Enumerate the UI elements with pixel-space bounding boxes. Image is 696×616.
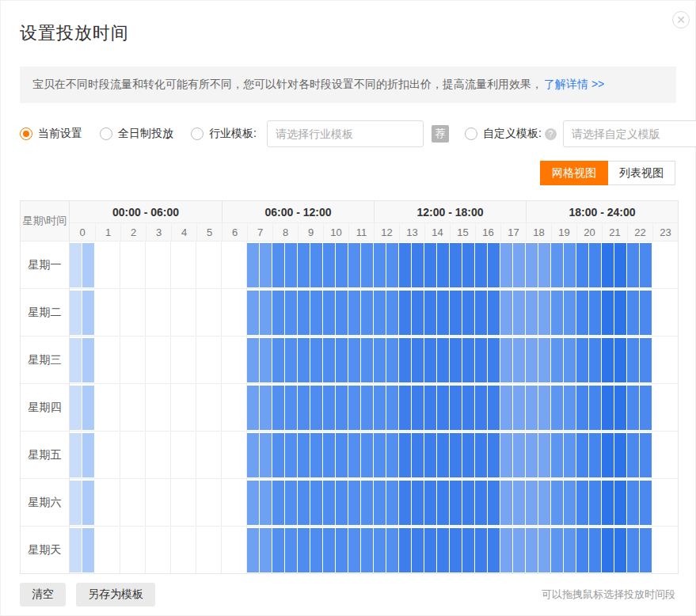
- time-cell[interactable]: [184, 479, 196, 526]
- hour-header-cell[interactable]: 15: [450, 223, 475, 241]
- time-cell[interactable]: [513, 481, 526, 525]
- time-cell[interactable]: [602, 338, 614, 382]
- time-cell[interactable]: [602, 481, 614, 525]
- time-cell[interactable]: [513, 386, 526, 430]
- time-cell[interactable]: [500, 338, 513, 382]
- time-cell[interactable]: [399, 338, 412, 382]
- time-cell[interactable]: [323, 386, 336, 430]
- time-cell[interactable]: [627, 481, 640, 525]
- time-cell[interactable]: [234, 384, 247, 431]
- time-cell[interactable]: [171, 384, 184, 431]
- time-cell[interactable]: [437, 481, 450, 525]
- time-cell[interactable]: [108, 289, 120, 336]
- time-cell[interactable]: [462, 291, 475, 335]
- time-cell[interactable]: [323, 291, 336, 335]
- time-cell[interactable]: [108, 527, 120, 573]
- hour-header-cell[interactable]: 3: [146, 223, 171, 241]
- time-cell[interactable]: [564, 338, 576, 382]
- time-cell[interactable]: [513, 433, 526, 477]
- time-cell[interactable]: [336, 528, 348, 572]
- time-cell[interactable]: [576, 338, 589, 382]
- radio-custom-template[interactable]: 自定义模板:: [465, 127, 542, 141]
- time-cell[interactable]: [133, 432, 146, 478]
- time-cell[interactable]: [526, 338, 538, 382]
- clear-button[interactable]: 清空: [20, 583, 66, 606]
- time-cell[interactable]: [538, 338, 551, 382]
- time-cell[interactable]: [310, 338, 323, 382]
- time-cell[interactable]: [640, 481, 652, 525]
- time-cell[interactable]: [82, 528, 95, 572]
- time-cell[interactable]: [412, 528, 424, 572]
- time-cell[interactable]: [475, 291, 488, 335]
- time-cell[interactable]: [589, 243, 602, 287]
- time-cell[interactable]: [158, 527, 171, 573]
- time-cell[interactable]: [500, 243, 513, 287]
- time-cell[interactable]: [95, 241, 108, 288]
- radio-custom-template-circle[interactable]: [465, 127, 477, 140]
- hour-header-cell[interactable]: 18: [526, 223, 551, 241]
- time-cell[interactable]: [108, 432, 120, 478]
- time-cell[interactable]: [247, 338, 260, 382]
- time-cell[interactable]: [70, 243, 82, 287]
- time-cell[interactable]: [95, 384, 108, 431]
- time-cell[interactable]: [171, 432, 184, 478]
- time-cell[interactable]: [450, 291, 462, 335]
- time-cell[interactable]: [146, 337, 158, 383]
- time-cell[interactable]: [184, 432, 196, 478]
- time-cell[interactable]: [500, 386, 513, 430]
- time-cell[interactable]: [209, 527, 222, 573]
- time-cell[interactable]: [272, 386, 285, 430]
- time-cell[interactable]: [222, 337, 234, 383]
- time-cell[interactable]: [184, 337, 196, 383]
- radio-current-setting-circle[interactable]: [20, 127, 32, 140]
- time-cell[interactable]: [576, 386, 589, 430]
- time-cell[interactable]: [424, 243, 437, 287]
- time-cell[interactable]: [70, 386, 82, 430]
- time-cell[interactable]: [234, 241, 247, 288]
- time-cell[interactable]: [627, 243, 640, 287]
- time-cell[interactable]: [146, 432, 158, 478]
- time-cell[interactable]: [576, 433, 589, 477]
- time-cell[interactable]: [475, 481, 488, 525]
- time-cell[interactable]: [310, 481, 323, 525]
- time-cell[interactable]: [272, 243, 285, 287]
- time-cell[interactable]: [386, 243, 399, 287]
- time-cell[interactable]: [108, 241, 120, 288]
- time-cell[interactable]: [222, 479, 234, 526]
- time-cell[interactable]: [374, 291, 386, 335]
- time-cell[interactable]: [488, 528, 500, 572]
- time-cell[interactable]: [564, 528, 576, 572]
- hour-header-cell[interactable]: 21: [602, 223, 627, 241]
- time-cell[interactable]: [500, 528, 513, 572]
- time-cell[interactable]: [412, 338, 424, 382]
- hour-header-cell[interactable]: 6: [222, 223, 247, 241]
- hour-header-cell[interactable]: 23: [652, 223, 678, 241]
- time-cell[interactable]: [589, 338, 602, 382]
- time-cell[interactable]: [386, 433, 399, 477]
- time-cell[interactable]: [285, 243, 298, 287]
- time-cell[interactable]: [450, 243, 462, 287]
- time-cell[interactable]: [576, 243, 589, 287]
- time-cell[interactable]: [361, 243, 374, 287]
- time-cell[interactable]: [323, 528, 336, 572]
- time-cell[interactable]: [336, 291, 348, 335]
- time-cell[interactable]: [627, 433, 640, 477]
- time-cell[interactable]: [222, 289, 234, 336]
- time-cell[interactable]: [437, 338, 450, 382]
- day-label[interactable]: 星期二: [21, 289, 70, 336]
- time-cell[interactable]: [158, 337, 171, 383]
- time-cell[interactable]: [234, 289, 247, 336]
- time-cell[interactable]: [95, 432, 108, 478]
- time-cell[interactable]: [95, 479, 108, 526]
- time-cell[interactable]: [348, 481, 361, 525]
- close-icon[interactable]: ✕: [672, 11, 690, 29]
- time-cell[interactable]: [500, 291, 513, 335]
- time-cell[interactable]: [196, 241, 209, 288]
- time-cell[interactable]: [475, 243, 488, 287]
- time-cell[interactable]: [361, 481, 374, 525]
- time-cell[interactable]: [158, 432, 171, 478]
- time-cell[interactable]: [120, 384, 133, 431]
- hour-header-cell[interactable]: 20: [576, 223, 602, 241]
- time-cell[interactable]: [488, 243, 500, 287]
- time-cell[interactable]: [564, 433, 576, 477]
